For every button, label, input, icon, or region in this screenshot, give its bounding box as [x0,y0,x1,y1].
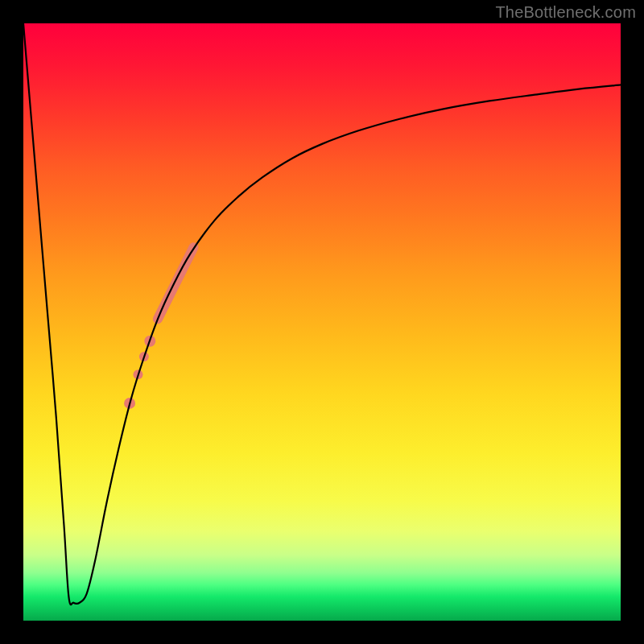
highlight-markers [124,247,193,409]
highlight-dot [139,352,149,361]
curve-path [23,23,621,605]
highlight-dot [144,336,155,347]
highlight-dot [133,369,142,379]
chart-frame: TheBottleneck.com [0,0,644,644]
highlight-segment [158,247,194,319]
bottleneck-curve [23,23,621,621]
attribution-text: TheBottleneck.com [495,3,636,22]
highlight-dot [124,398,135,409]
plot-area [23,23,621,621]
